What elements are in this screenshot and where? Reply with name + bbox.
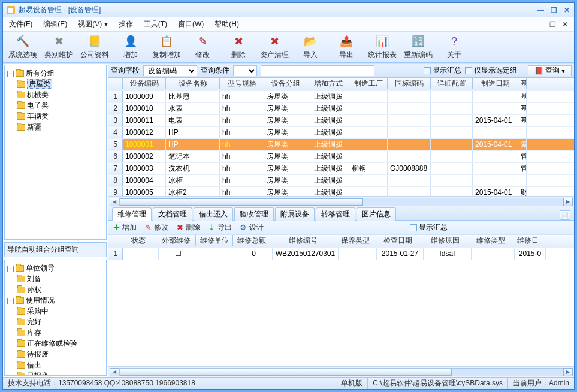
scroll-right-button[interactable]: ▶: [563, 368, 573, 376]
collapse-icon[interactable]: −: [7, 71, 14, 77]
query-field-select[interactable]: 设备编码: [143, 65, 197, 76]
table-row[interactable]: 41000012HPhh房屋类上级调拨: [108, 127, 574, 139]
equipment-grid[interactable]: 设备编码设备名称型号规格设备分组增加方式制造工厂国标编码详细配置制造日期基 11…: [108, 78, 574, 207]
menu-view[interactable]: 视图(V) ▾: [78, 19, 107, 29]
tree-node[interactable]: 单位领导: [26, 264, 55, 272]
col-header[interactable]: 检查日期: [374, 235, 421, 246]
col-header[interactable]: 状态: [120, 235, 156, 246]
table-row[interactable]: 81000004冰柜hh房屋类上级调拨: [108, 175, 574, 187]
copy-add-button[interactable]: 📋复制增加: [152, 33, 182, 62]
tree-item[interactable]: 新疆: [27, 123, 41, 131]
sub-edit-button[interactable]: ✎修改: [144, 222, 168, 233]
col-header[interactable]: 维修单位: [196, 235, 233, 246]
col-header[interactable]: 国标编码: [388, 78, 431, 89]
tree-item[interactable]: 孙权: [27, 285, 41, 294]
grid-hscroll[interactable]: ◀ ▶: [108, 196, 574, 207]
show-selected-checkbox[interactable]: 仅显示选定组: [465, 65, 517, 76]
collapse-icon[interactable]: −: [7, 298, 14, 304]
menu-tools[interactable]: 工具(T): [144, 19, 167, 29]
scroll-thumb[interactable]: [120, 369, 452, 376]
menu-window[interactable]: 窗口(W): [178, 19, 204, 29]
export-button[interactable]: 📤导出: [331, 33, 361, 62]
col-header[interactable]: 增加方式: [307, 78, 349, 89]
category-maint-button[interactable]: ✖类别维护: [44, 33, 74, 62]
col-header[interactable]: 设备名称: [166, 78, 220, 89]
sub-summary-checkbox[interactable]: 显示汇总: [410, 222, 448, 233]
tree-item[interactable]: 采购中: [27, 307, 49, 315]
query-button[interactable]: 📕 查询 ▾: [528, 65, 572, 76]
col-header[interactable]: 维修总额: [233, 235, 270, 246]
grid2-hscroll[interactable]: ◀ ▶: [108, 366, 574, 377]
col-header[interactable]: 外部维修: [156, 235, 196, 246]
table-row[interactable]: 21000010水表hh房屋类上级调拨基: [108, 103, 574, 115]
mdi-restore-button[interactable]: ❐: [549, 20, 556, 29]
menu-edit[interactable]: 编辑(E): [43, 19, 67, 29]
tree-item[interactable]: 库存: [27, 328, 41, 337]
col-header[interactable]: 制造日期: [473, 78, 518, 89]
system-options-button[interactable]: 🔨系统选项: [8, 33, 38, 62]
col-header[interactable]: 保养类型: [336, 235, 374, 246]
tree-item[interactable]: 借出: [27, 361, 41, 369]
tab-1[interactable]: 文档管理: [153, 207, 192, 221]
scroll-left-button[interactable]: ◀: [110, 368, 119, 376]
table-row[interactable]: 11000009比基恩hh房屋类上级调拨基: [108, 91, 574, 103]
scroll-left-button[interactable]: ◀: [110, 198, 119, 206]
category-tree[interactable]: −所有分组 房屋类机械类电子类车辆类新疆: [4, 65, 107, 240]
minimize-button[interactable]: —: [537, 7, 544, 14]
tree-root[interactable]: 所有分组: [26, 69, 55, 77]
tab-4[interactable]: 附属设备: [275, 207, 315, 221]
tab-2[interactable]: 借出还入: [194, 207, 233, 221]
about-button[interactable]: ?关于: [439, 33, 469, 62]
tab-6[interactable]: 图片信息: [357, 207, 396, 221]
tree-item[interactable]: 正在维修或检验: [27, 339, 77, 348]
menu-op[interactable]: 操作: [119, 19, 133, 29]
sub-export-button[interactable]: ⭳导出: [207, 222, 232, 233]
col-header[interactable]: 维修类型: [469, 235, 512, 246]
stats-button[interactable]: 📊统计报表: [367, 33, 397, 62]
col-header[interactable]: 详细配置: [431, 78, 473, 89]
tree-item[interactable]: 刘备: [27, 275, 41, 283]
table-row[interactable]: 71000003洗衣机hh房屋类上级调拨柳钢GJ0008888管: [108, 163, 574, 175]
tab-3[interactable]: 验收管理: [234, 207, 274, 221]
notes-button[interactable]: 📄: [560, 210, 570, 220]
tree-item[interactable]: 待报废: [27, 350, 49, 358]
maintenance-grid[interactable]: 状态外部维修维修单位维修总额维修编号保养类型检查日期维修原因维修类型维修日 1☐…: [108, 235, 574, 377]
mdi-minimize-button[interactable]: —: [536, 20, 543, 29]
company-info-button[interactable]: 📒公司资料: [80, 33, 110, 62]
table-row[interactable]: 61000002笔记本hh房屋类上级调拨管: [108, 151, 574, 163]
query-value-input[interactable]: [261, 65, 374, 76]
collapse-icon[interactable]: −: [7, 266, 14, 272]
query-cond-select[interactable]: [233, 65, 257, 76]
table-row[interactable]: 91000005冰柜2hh房屋类上级调拨2015-04-01财: [108, 187, 574, 196]
scroll-thumb[interactable]: [120, 198, 363, 206]
import-button[interactable]: 📂导入: [295, 33, 325, 62]
delete-button[interactable]: ✖删除: [223, 33, 253, 62]
mdi-close-button[interactable]: ✕: [562, 20, 568, 29]
tree-item[interactable]: 车辆类: [27, 112, 49, 120]
table-row[interactable]: 1☐0WB2015012703012015-01-27fdsaf2015-0: [108, 248, 574, 260]
asset-clean-button[interactable]: ✖资产清理: [259, 33, 289, 62]
close-button[interactable]: ✕: [563, 7, 570, 14]
col-header[interactable]: 基: [518, 78, 527, 89]
tree-item[interactable]: 完好: [27, 318, 41, 326]
tree-item[interactable]: 机械类: [27, 91, 49, 99]
tree-item[interactable]: 房屋类: [27, 79, 52, 89]
scroll-right-button[interactable]: ▶: [563, 198, 573, 206]
col-header[interactable]: 制造工厂: [349, 78, 388, 89]
col-header[interactable]: 维修日: [512, 235, 543, 246]
edit-button[interactable]: ✎修改: [188, 33, 217, 62]
col-header[interactable]: 设备分组: [264, 78, 307, 89]
sub-design-button[interactable]: ⚙设计: [239, 222, 264, 233]
tree-item[interactable]: 电子类: [27, 101, 49, 110]
tab-0[interactable]: 维修管理: [112, 207, 152, 221]
menu-help[interactable]: 帮助(H): [215, 19, 239, 29]
renumber-button[interactable]: 🔢重新编码: [403, 33, 433, 62]
table-row[interactable]: 31000011电表hh房屋类上级调拨2015-04-01基: [108, 115, 574, 127]
tree-item[interactable]: 已报废: [27, 372, 49, 376]
tab-5[interactable]: 转移管理: [316, 207, 355, 221]
add-button[interactable]: 👤增加: [116, 33, 146, 62]
show-summary-checkbox[interactable]: 显示汇总: [424, 65, 461, 76]
table-row[interactable]: 51000001HPhh房屋类上级调拨2015-04-01索: [108, 139, 574, 151]
maximize-button[interactable]: ❐: [550, 7, 557, 14]
col-header[interactable]: 型号规格: [220, 78, 264, 89]
